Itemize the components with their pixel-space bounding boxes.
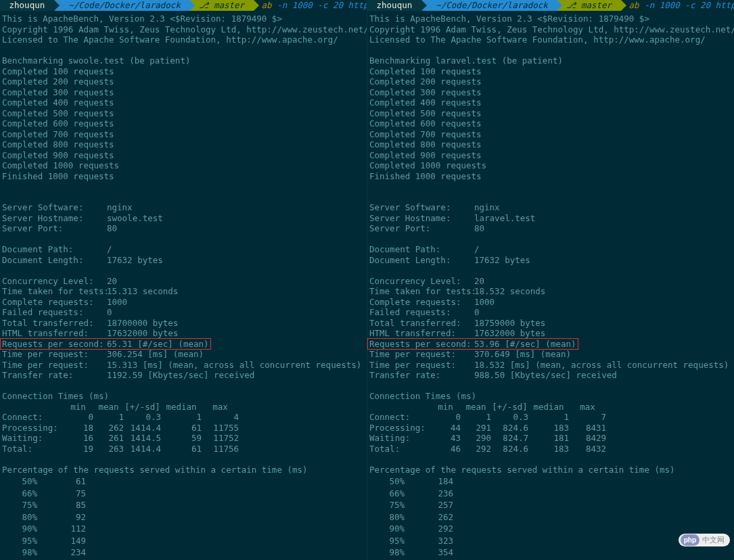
rps-highlight: Requests per second:65.31 [#/sec] (mean) xyxy=(0,338,211,350)
stats2-val: 15.313 [ms] (mean, across all concurrent… xyxy=(107,360,361,370)
header-line: This is ApacheBench, Version 2.3 <$Revis… xyxy=(2,14,365,24)
stats-val: 0 xyxy=(107,307,112,317)
pc-row: 80%262 xyxy=(371,512,453,523)
prompt-bar: zhouqun ~/Code/Docker/laradock ⎇ master … xyxy=(0,0,367,11)
progress-line: Completed 800 requests xyxy=(2,139,365,150)
prompt-branch: ⎇ master xyxy=(562,0,620,11)
pc-row: 75%257 xyxy=(371,500,453,511)
prompt-user: zhouqun xyxy=(367,0,421,11)
stats-key: Failed requests: xyxy=(369,307,474,318)
stats-key: Concurrency Level: xyxy=(2,276,107,287)
server-info-val: swoole.test xyxy=(107,213,163,223)
progress-line: Completed 500 requests xyxy=(369,108,732,119)
pc-row: 90%292 xyxy=(371,523,453,534)
ct-title: Connection Times (ms) xyxy=(369,391,732,402)
server-info-row: Server Hostname:swoole.test xyxy=(2,213,365,224)
chevron-right-icon xyxy=(621,0,626,11)
stats-val: 20 xyxy=(107,276,117,286)
ct-title: Connection Times (ms) xyxy=(2,391,365,402)
pc-row: 80%92 xyxy=(3,512,86,523)
progress-line: Completed 100 requests xyxy=(369,66,732,77)
progress-line: Completed 600 requests xyxy=(369,118,732,129)
server-info-key: Server Hostname: xyxy=(2,213,107,224)
stats-row: Failed requests:0 xyxy=(2,307,365,318)
stats-val: 18.532 seconds xyxy=(474,286,545,296)
watermark-badge: php 中文网 xyxy=(679,534,730,547)
stats-row: Concurrency Level:20 xyxy=(2,276,365,287)
stats-val: 18759000 bytes xyxy=(474,318,545,328)
stats-key: Total transferred: xyxy=(369,318,474,329)
ct-row: Processing:44291824.61838431 xyxy=(369,423,606,434)
stats-row: Complete requests:1000 xyxy=(2,297,365,308)
chevron-right-icon xyxy=(557,0,562,11)
stats2-row: Transfer rate:988.50 [Kbytes/sec] receiv… xyxy=(369,370,732,381)
git-branch-icon: ⎇ xyxy=(566,0,576,10)
rps-val: 53.96 [#/sec] (mean) xyxy=(474,339,576,349)
command-line[interactable]: ab -n 1000 -c 20 http://swoole.test/ xyxy=(259,0,367,10)
stats-val: 20 xyxy=(474,276,484,286)
chevron-right-icon xyxy=(421,0,427,11)
prompt-user: zhouqun xyxy=(0,0,54,11)
stats-val: 1000 xyxy=(474,297,495,307)
doc-info-key: Document Length: xyxy=(2,255,107,266)
prompt-bar: zhouqun ~/Code/Docker/laradock ⎇ master … xyxy=(367,0,734,11)
prompt-path: ~/Code/Docker/laradock xyxy=(60,0,190,11)
server-info-key: Server Port: xyxy=(2,223,107,234)
stats2-val: 988.50 [Kbytes/sec] received xyxy=(474,370,617,380)
doc-info-key: Document Path: xyxy=(2,244,107,255)
pc-row: 95%323 xyxy=(371,536,453,546)
stats2-key: Transfer rate: xyxy=(369,370,474,381)
progress-line: Completed 600 requests xyxy=(2,118,365,129)
stats2-val: 18.532 [ms] (mean, across all concurrent… xyxy=(474,360,729,370)
stats-key: Concurrency Level: xyxy=(369,276,474,287)
stats2-val: 1192.59 [Kbytes/sec] received xyxy=(107,370,254,380)
progress-line: Completed 1000 requests xyxy=(2,160,365,171)
server-info-key: Server Port: xyxy=(369,223,474,234)
server-info-key: Server Hostname: xyxy=(369,213,474,224)
terminal-split: zhouqun ~/Code/Docker/laradock ⎇ master … xyxy=(0,0,734,560)
header-line: Copyright 1996 Adam Twiss, Zeus Technolo… xyxy=(2,24,365,35)
cmd-binary: ab xyxy=(629,0,639,10)
ct-header: minmean[+/-sd]medianmax xyxy=(369,402,606,413)
right-pane[interactable]: zhouqun ~/Code/Docker/laradock ⎇ master … xyxy=(367,0,734,560)
stats-key: Time taken for tests: xyxy=(2,286,107,297)
terminal-output: This is ApacheBench, Version 2.3 <$Revis… xyxy=(0,11,367,560)
ct-row: Connect:010.317 xyxy=(369,412,606,423)
doc-info-val: 17632 bytes xyxy=(474,255,530,265)
stats-key: HTML transferred: xyxy=(369,328,474,339)
stats-row: Complete requests:1000 xyxy=(369,297,732,308)
pc-row: 66%236 xyxy=(371,488,453,499)
stats2-val: 370.649 [ms] (mean) xyxy=(474,349,571,359)
pc-row: 66%75 xyxy=(3,488,86,499)
server-info-val: laravel.test xyxy=(474,213,535,223)
progress-line: Completed 300 requests xyxy=(369,87,732,98)
stats-val: 1000 xyxy=(107,297,127,307)
progress-line: Completed 700 requests xyxy=(369,129,732,140)
prompt-path: ~/Code/Docker/laradock xyxy=(427,0,557,11)
benchmarking-line: Benchmarking laravel.test (be patient) xyxy=(369,55,732,66)
stats2-key: Time per request: xyxy=(2,360,107,371)
cmd-binary: ab xyxy=(262,0,272,10)
ct-row: Total:46292824.61838432 xyxy=(369,444,606,454)
stats-row: HTML transferred:17632000 bytes xyxy=(2,328,365,339)
watermark-text: 中文网 xyxy=(702,535,725,546)
doc-info-val: 17632 bytes xyxy=(107,255,163,265)
stats2-key: Transfer rate: xyxy=(2,370,107,381)
stats2-row: Time per request:15.313 [ms] (mean, acro… xyxy=(2,360,365,371)
pc-row: 95%149 xyxy=(3,536,86,546)
header-line: Licensed to The Apache Software Foundati… xyxy=(2,34,365,45)
pc-row: 50%61 xyxy=(3,476,86,487)
pc-title: Percentage of the requests served within… xyxy=(2,465,365,475)
stats-val: 0 xyxy=(474,307,480,317)
stats-val: 15.313 seconds xyxy=(107,286,178,296)
ct-row: Waiting:43290824.71818429 xyxy=(369,433,606,444)
progress-line: Completed 500 requests xyxy=(2,108,365,119)
stats2-key: Time per request: xyxy=(369,349,474,360)
server-info-row: Server Software:nginx xyxy=(369,202,732,213)
command-line[interactable]: ab -n 1000 -c 20 http://laravel.test xyxy=(626,0,734,10)
ct-row: Waiting:162611414.55911752 xyxy=(2,433,239,444)
progress-line: Completed 400 requests xyxy=(2,97,365,108)
stats2-row: Transfer rate:1192.59 [Kbytes/sec] recei… xyxy=(2,370,365,381)
left-pane[interactable]: zhouqun ~/Code/Docker/laradock ⎇ master … xyxy=(0,0,367,560)
git-branch-icon: ⎇ xyxy=(199,0,208,10)
